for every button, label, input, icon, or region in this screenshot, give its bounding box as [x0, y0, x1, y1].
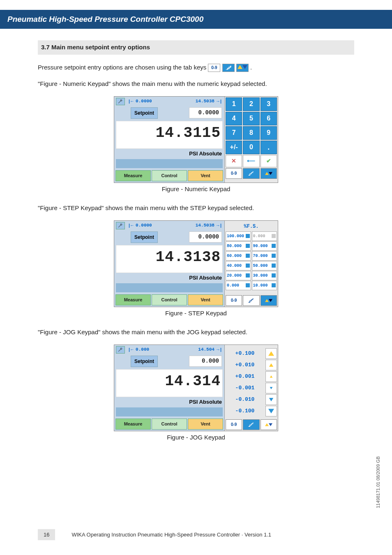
step-pair: 20.00030.000: [226, 271, 277, 280]
settings-button[interactable]: [116, 346, 125, 354]
tab-row: 0-9: [226, 295, 277, 306]
range-row: |← 0.0000 14.5038 →|: [114, 221, 224, 231]
numeric-keypad-panel: 1 2 3 4 5 6 7 8 9 +/- 0 . ✕ ⟵ ✔ 0-9: [224, 97, 278, 183]
page-number: 16: [38, 529, 55, 540]
key-8[interactable]: 8: [243, 126, 259, 140]
down-triangle-icon: [269, 172, 272, 175]
step-button[interactable]: 20.000: [226, 271, 251, 280]
footer-text: WIKA Operating Instruction Pneumatic Hig…: [71, 532, 271, 538]
device-screen: |← 0.0000 14.5038 →| Setpoint 0.0000 14.…: [114, 97, 224, 183]
setpoint-button[interactable]: Setpoint: [131, 356, 158, 367]
tab-numeric[interactable]: 0-9: [226, 419, 242, 430]
vent-button[interactable]: Vent: [188, 294, 223, 305]
jog-down-button[interactable]: [265, 394, 277, 405]
cancel-button[interactable]: ✕: [226, 155, 242, 167]
tab-row: 0-9: [226, 168, 277, 179]
down-triangle-icon: [268, 409, 274, 414]
step-button[interactable]: 70.000: [252, 251, 277, 261]
range-row: |← 0.000 14.504 →|: [114, 345, 224, 355]
step-button[interactable]: 40.000: [226, 261, 251, 271]
key-6[interactable]: 6: [261, 112, 277, 125]
jog-value: +0.010: [226, 361, 264, 369]
figure-step-keypad: |← 0.0000 14.5038 →| Setpoint 0.0000 14.…: [114, 220, 278, 307]
measure-button[interactable]: Measure: [115, 170, 151, 181]
jog-keypad-panel: +0.100+0.010+0.001-0.001-0.010-0.100 0-9: [224, 345, 278, 431]
key-5[interactable]: 5: [243, 112, 259, 125]
setpoint-value: 0.000: [189, 356, 222, 367]
setpoint-value: 0.0000: [189, 107, 222, 118]
step-button[interactable]: 80.000: [226, 241, 251, 251]
step-button[interactable]: 10.000: [252, 281, 277, 290]
step-button[interactable]: 0.000: [252, 231, 277, 241]
step-button[interactable]: 50.000: [252, 261, 277, 271]
tab-jog[interactable]: [261, 419, 277, 430]
key-4[interactable]: 4: [226, 112, 242, 125]
key-0[interactable]: 0: [243, 141, 259, 154]
intro-text-before: Pressure setpoint entry options are chos…: [38, 64, 208, 71]
jog-value: +0.001: [226, 372, 264, 381]
side-doc-id: 11498171.01 08/2009 GB: [376, 456, 380, 508]
page-footer: 16 WIKA Operating Instruction Pneumatic …: [0, 529, 392, 540]
jog-row: -0.100: [226, 406, 277, 416]
setpoint-button[interactable]: Setpoint: [131, 107, 158, 119]
key-1[interactable]: 1: [226, 97, 242, 111]
tab-step[interactable]: [243, 419, 259, 430]
range-arrow-left-icon: |←: [129, 346, 134, 353]
step-button[interactable]: 30.000: [252, 271, 277, 280]
pressure-reading: 14.3138: [118, 246, 221, 268]
jog-value: -0.010: [226, 395, 264, 404]
vent-button[interactable]: Vent: [188, 419, 223, 430]
tab-row: 0-9: [226, 419, 277, 430]
tab-numeric[interactable]: 0-9: [226, 168, 242, 179]
jog-down-button[interactable]: [265, 406, 277, 416]
tab-step[interactable]: [243, 295, 259, 306]
confirm-button[interactable]: ✔: [261, 155, 277, 167]
setpoint-button[interactable]: Setpoint: [131, 231, 158, 243]
measure-button[interactable]: Measure: [115, 419, 151, 430]
key-9[interactable]: 9: [261, 126, 277, 140]
control-button[interactable]: Control: [152, 170, 187, 181]
paragraph-numeric: "Figure - Numeric Keypad" shows the main…: [38, 79, 354, 89]
paragraph-step: "Figure - STEP Keypad" shows the main me…: [38, 204, 354, 213]
control-button[interactable]: Control: [152, 294, 187, 305]
key-7[interactable]: 7: [226, 126, 242, 140]
intro-paragraph: Pressure setpoint entry options are chos…: [38, 63, 354, 72]
key-plusminus[interactable]: +/-: [226, 141, 242, 154]
control-row: ✕ ⟵ ✔: [226, 155, 277, 167]
jog-icon-pair: [238, 65, 247, 71]
step-button[interactable]: 100.000: [226, 231, 251, 241]
setpoint-row: Setpoint 0.0000: [114, 106, 224, 120]
tab-key-numeric-inline: 0-9: [208, 64, 220, 72]
jog-down-button[interactable]: [265, 383, 277, 393]
device-screen: |← 0.000 14.504 →| Setpoint 0.000 14.314…: [114, 345, 224, 431]
measure-button[interactable]: Measure: [115, 294, 151, 305]
settings-button[interactable]: [116, 222, 125, 229]
tab-numeric[interactable]: 0-9: [226, 295, 242, 306]
jog-up-button[interactable]: [265, 371, 277, 382]
step-icon: [248, 298, 254, 303]
vent-button[interactable]: Vent: [188, 170, 223, 181]
units-label: PSI Absolute: [114, 273, 224, 283]
tab-jog[interactable]: [261, 168, 277, 179]
caption-step: Figure - STEP Keypad: [38, 309, 354, 318]
control-button[interactable]: Control: [152, 419, 187, 430]
caption-numeric: Figure - Numeric Keypad: [38, 185, 354, 194]
tab-step[interactable]: [243, 168, 259, 179]
step-button[interactable]: 60.000: [226, 251, 251, 261]
jog-up-button[interactable]: [265, 348, 277, 359]
key-2[interactable]: 2: [243, 97, 259, 111]
settings-button[interactable]: [116, 98, 125, 105]
backspace-button[interactable]: ⟵: [243, 155, 259, 167]
step-button[interactable]: 90.000: [252, 241, 277, 251]
tab-jog[interactable]: [261, 295, 277, 306]
key-dot[interactable]: .: [261, 141, 277, 154]
paragraph-jog: "Figure - JOG Keypad" shows the main men…: [38, 328, 354, 337]
range-arrow-right-icon: →|: [216, 222, 221, 229]
jog-up-button[interactable]: [265, 360, 277, 370]
key-3[interactable]: 3: [261, 97, 277, 111]
range-low: 0.000: [136, 346, 149, 353]
up-triangle-icon: [270, 375, 273, 378]
up-triangle-icon: [265, 423, 269, 426]
range-high: 14.5038: [196, 222, 214, 229]
step-button[interactable]: 0.000: [226, 281, 251, 290]
